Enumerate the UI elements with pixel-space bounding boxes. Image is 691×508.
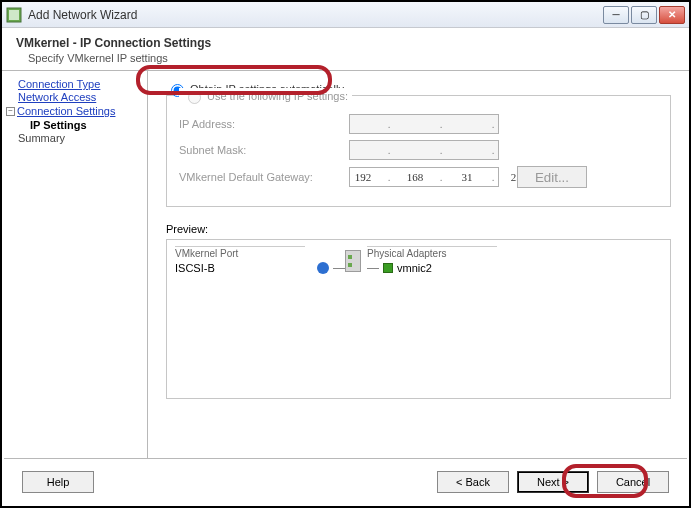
minimize-button[interactable]: ─	[603, 6, 629, 24]
collapse-icon[interactable]: −	[6, 107, 15, 116]
radio-manual[interactable]	[188, 91, 201, 104]
edit-gateway-button[interactable]: Edit...	[517, 166, 587, 188]
sidebar-item-connection-settings[interactable]: Connection Settings	[17, 105, 115, 117]
vmkernel-port-name: ISCSI-B	[175, 262, 215, 274]
maximize-button[interactable]: ▢	[631, 6, 657, 24]
titlebar: Add Network Wizard ─ ▢ ✕	[2, 2, 689, 28]
sidebar-item-network-access[interactable]: Network Access	[18, 91, 143, 103]
wizard-header: VMkernel - IP Connection Settings Specif…	[2, 28, 689, 71]
globe-icon	[317, 262, 329, 274]
physical-adapters-heading: Physical Adapters	[367, 246, 497, 259]
close-button[interactable]: ✕	[659, 6, 685, 24]
preview-label: Preview:	[166, 223, 671, 235]
sidebar-item-summary: Summary	[18, 132, 143, 144]
radio-manual-label: Use the following IP settings:	[207, 90, 348, 102]
subnet-mask-input: ...	[349, 140, 499, 160]
main-panel: Obtain IP settings automatically Use the…	[148, 71, 689, 459]
back-button[interactable]: < Back	[437, 471, 509, 493]
sidebar-item-connection-type[interactable]: Connection Type	[18, 78, 143, 90]
page-title: VMkernel - IP Connection Settings	[16, 36, 675, 50]
next-button[interactable]: Next >	[517, 471, 589, 493]
app-icon	[6, 7, 22, 23]
sidebar-item-ip-settings: IP Settings	[30, 119, 143, 131]
subnet-mask-label: Subnet Mask:	[179, 144, 349, 156]
preview-box: VMkernel Port ISCSI-B Physical Adapters	[166, 239, 671, 399]
manual-settings-group: Use the following IP settings: IP Addres…	[166, 95, 671, 207]
nic-icon	[383, 263, 393, 273]
wizard-footer: Help < Back Next > Cancel	[4, 458, 687, 504]
gateway-input: 192. 168. 31. 254	[349, 167, 499, 187]
cancel-button[interactable]: Cancel	[597, 471, 669, 493]
ip-address-input: ...	[349, 114, 499, 134]
physical-adapter-name: vmnic2	[397, 262, 432, 274]
wizard-steps-sidebar: Connection Type Network Access − Connect…	[2, 71, 148, 459]
vmkernel-port-heading: VMkernel Port	[175, 246, 305, 259]
svg-rect-1	[9, 10, 19, 20]
page-subtitle: Specify VMkernel IP settings	[28, 52, 675, 64]
window-title: Add Network Wizard	[28, 8, 603, 22]
ip-address-label: IP Address:	[179, 118, 349, 130]
help-button[interactable]: Help	[22, 471, 94, 493]
vswitch-icon	[345, 250, 361, 272]
gateway-label: VMkernel Default Gateway:	[179, 171, 349, 183]
